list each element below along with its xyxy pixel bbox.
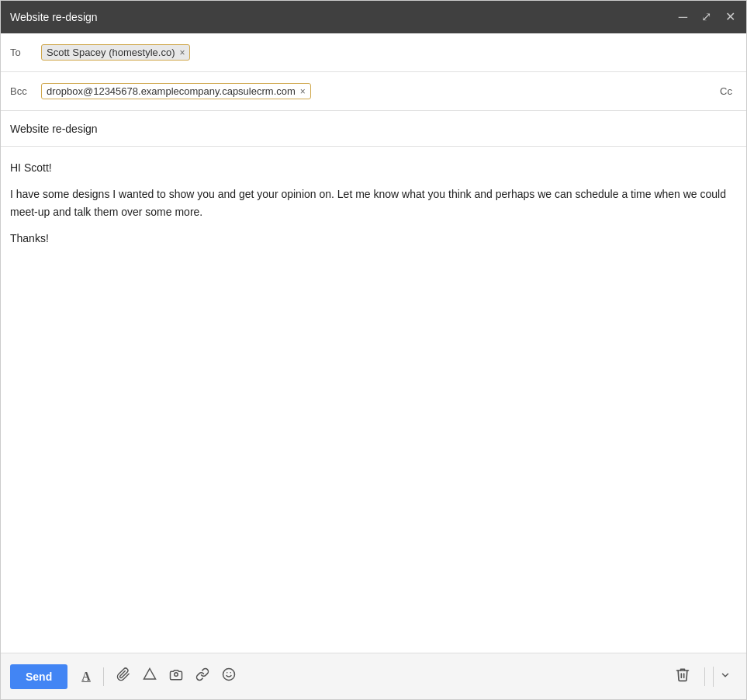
- bcc-field-row: Bcc dropbox@12345678.examplecompany.caps…: [1, 72, 746, 111]
- body-main: I have some designs I wanted to show you…: [10, 185, 737, 220]
- window-title: Website re-design: [10, 11, 98, 23]
- drive-button[interactable]: [138, 664, 161, 688]
- chevron-down-icon: [720, 670, 731, 684]
- svg-marker-0: [144, 669, 155, 680]
- compose-toolbar: Send A: [1, 653, 746, 699]
- more-options-button[interactable]: [713, 667, 737, 687]
- svg-point-1: [175, 673, 178, 677]
- emoji-button[interactable]: [217, 664, 240, 688]
- attach-file-button[interactable]: [112, 664, 135, 688]
- link-icon: [195, 667, 209, 685]
- minimize-button[interactable]: ─: [677, 9, 689, 25]
- bcc-label: Bcc: [10, 85, 41, 97]
- body-greeting: HI Scott!: [10, 159, 737, 176]
- to-recipient-name: Scott Spacey (homestyle.co): [47, 47, 175, 58]
- to-field-row: To Scott Spacey (homestyle.co) ×: [1, 33, 746, 72]
- drive-icon: [143, 667, 157, 685]
- to-remove-button[interactable]: ×: [179, 48, 185, 57]
- title-bar: Website re-design ─ ⤢ ✕: [1, 1, 746, 33]
- attach-icon: [116, 667, 130, 685]
- send-button[interactable]: Send: [10, 664, 67, 689]
- cc-toggle[interactable]: Cc: [715, 84, 737, 99]
- to-label: To: [10, 47, 41, 58]
- toolbar-divider-2: [704, 667, 705, 686]
- link-button[interactable]: [191, 664, 214, 688]
- delete-button[interactable]: [669, 664, 697, 689]
- email-body[interactable]: HI Scott! I have some designs I wanted t…: [1, 147, 746, 653]
- format-text-icon: A: [81, 670, 91, 684]
- toolbar-divider-1: [103, 667, 104, 686]
- bcc-recipient-chip: dropbox@12345678.examplecompany.capsulec…: [41, 83, 311, 99]
- svg-point-2: [223, 669, 234, 681]
- delete-icon: [675, 667, 690, 686]
- subject-row: Website re-design: [1, 111, 746, 147]
- compose-window: Website re-design ─ ⤢ ✕ To Scott Spacey …: [0, 0, 747, 700]
- title-bar-controls: ─ ⤢ ✕: [677, 9, 737, 25]
- close-button[interactable]: ✕: [724, 9, 737, 25]
- to-recipient-chip: Scott Spacey (homestyle.co) ×: [41, 44, 190, 61]
- body-closing: Thanks!: [10, 230, 737, 247]
- bcc-remove-button[interactable]: ×: [300, 87, 306, 96]
- subject-text: Website re-design: [10, 123, 98, 135]
- photo-button[interactable]: [164, 664, 188, 688]
- format-text-button[interactable]: A: [77, 667, 95, 687]
- expand-button[interactable]: ⤢: [700, 9, 713, 25]
- photo-icon: [169, 667, 183, 685]
- bcc-recipient-address: dropbox@12345678.examplecompany.capsulec…: [47, 85, 296, 97]
- emoji-icon: [222, 667, 236, 685]
- bcc-field-content: dropbox@12345678.examplecompany.capsulec…: [41, 83, 715, 99]
- to-field-content: Scott Spacey (homestyle.co) ×: [41, 44, 737, 61]
